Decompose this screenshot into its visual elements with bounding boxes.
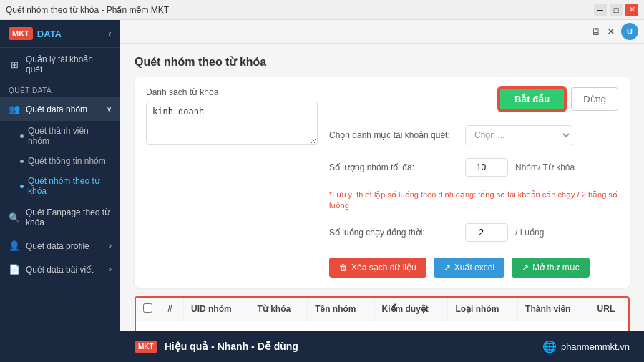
dot-icon [20,185,24,188]
col-keyword: Từ khóa [250,298,308,321]
sidebar: MKT DATA ‹ ⊞ Quản lý tài khoản quét QUÉT… [0,20,120,362]
footer-right: 🌐 phanmemmkt.vn [542,340,630,353]
warning-text: *Lưu ý: thiết lập số luồng theo định dạn… [329,190,618,212]
sidebar-item-label: Quét data bài viết [26,265,93,275]
delete-button[interactable]: 🗑 Xóa sạch dữ liệu [329,258,426,278]
start-stop-row: Bắt đầu Dừng [329,87,618,111]
col-uid: UID nhóm [183,298,250,321]
sub-menu-label: Quét nhóm theo từ khóa [28,176,112,196]
data-table-container: # UID nhóm Từ khóa Tên nhóm Kiểm duyệt L… [135,296,630,331]
sidebar-item-quan-ly[interactable]: ⊞ Quản lý tài khoản quét [0,48,120,81]
logo-label: DATA [37,29,62,39]
close-button[interactable]: ✕ [625,4,638,16]
concurrent-row: Số luồng chạy đồng thời: / Luồng [329,223,618,242]
max-groups-unit: Nhóm/ Từ khóa [515,162,575,172]
chevron-right-icon: › [109,242,112,250]
export-label: Xuất excel [454,263,494,273]
col-members: Thành viên [518,298,590,321]
avatar[interactable]: U [621,23,638,40]
max-groups-input[interactable] [465,158,508,177]
monitor-icon[interactable]: 🖥 [591,26,601,37]
data-table: # UID nhóm Từ khóa Tên nhóm Kiểm duyệt L… [136,298,628,331]
col-url: URL [590,298,628,321]
title-bar-text: Quét nhóm theo từ khóa - Phần mềm MKT [6,5,169,15]
empty-state: ✉ Không tìm thấy dữ liệu [136,321,628,331]
concurrent-label: Số luồng chạy đồng thời: [329,228,458,238]
group-icon: 👥 [9,104,20,114]
page-title: Quét nhóm theo từ khóa [135,55,630,69]
col-type: Loại nhóm [448,298,518,321]
delete-label: Xóa sạch dữ liệu [351,263,416,273]
stop-button[interactable]: Dừng [571,87,618,111]
open-label: Mở thư mục [532,263,580,273]
account-select[interactable]: Chọn ... [465,125,572,145]
sidebar-item-tu-khoa[interactable]: Quét nhóm theo từ khóa [0,171,120,201]
excel-icon: ↗ [444,263,451,273]
search-icon: 🔍 [9,212,20,223]
header-top: 🖥 ✕ U [120,20,644,44]
sidebar-item-bai-viet[interactable]: 📄 Quét data bài viết › [0,258,120,281]
sidebar-item-profile[interactable]: 👤 Quét data profile › [0,234,120,258]
document-icon: 📄 [9,264,20,275]
chevron-right-icon: › [109,265,112,273]
footer-left: MKT Hiệu quả - Nhanh - Dễ dùng [135,341,298,353]
sidebar-item-quet-data-nhom[interactable]: 👥 Quét data nhóm ∨ [0,97,120,121]
concurrent-input[interactable] [465,223,508,242]
open-folder-button[interactable]: ↗ Mở thư mục [512,258,590,278]
action-buttons: 🗑 Xóa sạch dữ liệu ↗ Xuất excel ↗ Mở thư… [329,258,618,278]
sidebar-item-thong-tin[interactable]: Quét thông tin nhóm [0,151,120,171]
sidebar-item-fanpage[interactable]: 🔍 Quét Fanpage theo từ khóa [0,201,120,234]
maximize-button[interactable]: □ [610,4,623,16]
sidebar-item-label: Quét Fanpage theo từ khóa [26,207,112,228]
footer: MKT Hiệu quả - Nhanh - Dễ dùng 🌐 phanmem… [120,331,644,362]
app-body: MKT DATA ‹ ⊞ Quản lý tài khoản quét QUÉT… [0,20,644,362]
dot-icon [20,134,24,138]
max-groups-row: Số lượng nhóm tối đa: Nhóm/ Từ khóa [329,158,618,177]
sidebar-logo: MKT DATA ‹ [0,20,120,48]
content-area: Quét nhóm theo từ khóa Danh sách từ khóa… [120,44,644,331]
trash-icon: 🗑 [339,263,348,273]
minimize-button[interactable]: ─ [594,4,607,16]
account-row: Chọn danh mục tài khoản quét: Chọn ... [329,125,618,145]
chevron-down-icon: ∨ [107,105,112,113]
sidebar-item-thanh-vien[interactable]: Quét thành viên nhóm [0,121,120,151]
left-column: Danh sách từ khóa [146,87,318,147]
sub-menu-label: Quét thành viên nhóm [28,126,112,146]
sidebar-item-label: Quét data nhóm [26,104,87,114]
section-label: QUÉT DATA [0,81,120,97]
footer-website[interactable]: phanmemmkt.vn [561,341,630,352]
sub-menu-label: Quét thông tin nhóm [28,156,106,166]
sidebar-item-label: Quét data profile [26,241,89,251]
right-section: Bắt đầu Dừng Chọn danh mục tài khoản qué… [329,87,618,278]
max-groups-label: Số lượng nhóm tối đa: [329,162,458,172]
start-button[interactable]: Bắt đầu [499,87,565,111]
grid-icon: ⊞ [9,59,20,70]
account-label: Chọn danh mục tài khoản quét: [329,130,458,140]
dot-icon [20,160,24,163]
globe-icon: 🌐 [542,340,557,353]
title-bar: Quét nhóm theo từ khóa - Phần mềm MKT ─ … [0,0,644,20]
content-wrapper: Danh sách từ khóa Bắt đầu Dừng Chọn danh… [146,87,618,278]
logo-container: MKT DATA [9,27,62,40]
header-close-icon[interactable]: ✕ [607,26,615,37]
col-checkbox [136,298,160,321]
sidebar-item-label: Quản lý tài khoản quét [26,54,112,74]
keyword-input[interactable] [146,102,318,145]
form-section: Danh sách từ khóa Bắt đầu Dừng Chọn danh… [135,77,630,288]
footer-tagline: Hiệu quả - Nhanh - Dễ dùng [165,341,298,352]
logo-icon: MKT [9,27,33,40]
person-icon: 👤 [9,240,20,251]
col-hash: # [160,298,184,321]
title-bar-controls: ─ □ ✕ [594,4,638,16]
select-all-checkbox[interactable] [143,303,152,313]
sidebar-menu: ⊞ Quản lý tài khoản quét QUÉT DATA 👥 Qué… [0,48,120,362]
folder-icon: ↗ [522,263,529,273]
main-content: 🖥 ✕ U Quét nhóm theo từ khóa Danh sách t… [120,20,644,362]
footer-logo-icon: MKT [135,341,157,353]
concurrent-unit: / Luồng [515,228,544,238]
collapse-button[interactable]: ‹ [108,28,112,39]
col-name: Tên nhóm [308,298,374,321]
export-button[interactable]: ↗ Xuất excel [434,258,504,278]
keyword-list-label: Danh sách từ khóa [146,87,318,97]
col-review: Kiểm duyệt [374,298,448,321]
